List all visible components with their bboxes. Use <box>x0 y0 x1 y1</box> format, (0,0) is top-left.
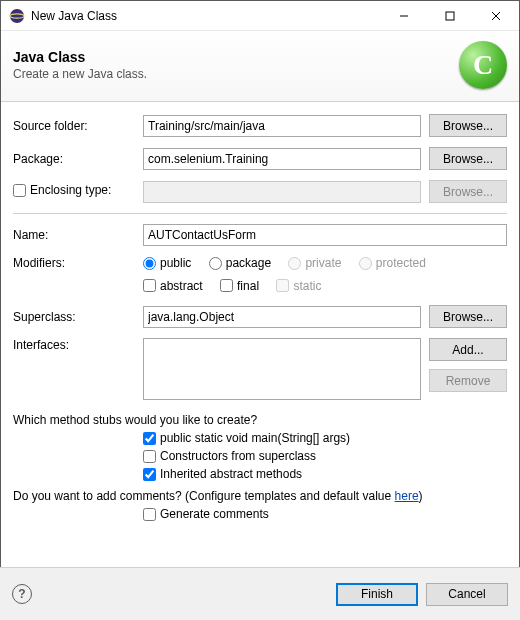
svg-point-0 <box>10 9 24 23</box>
stubs-question: Which method stubs would you like to cre… <box>13 413 507 427</box>
eclipse-icon <box>9 8 25 24</box>
minimize-button[interactable] <box>381 1 427 31</box>
superclass-input[interactable] <box>143 306 421 328</box>
modifier-final-checkbox[interactable]: final <box>220 279 259 293</box>
interfaces-label: Interfaces: <box>13 338 143 352</box>
name-input[interactable] <box>143 224 507 246</box>
package-label: Package: <box>13 152 143 166</box>
banner-heading: Java Class <box>13 49 459 65</box>
finish-button[interactable]: Finish <box>336 583 418 606</box>
enclosing-type-input <box>143 181 421 203</box>
form-area: Source folder: Browse... Package: Browse… <box>1 102 519 533</box>
maximize-button[interactable] <box>427 1 473 31</box>
stub-inherited-checkbox[interactable]: Inherited abstract methods <box>143 467 493 481</box>
stub-constructors-checkbox[interactable]: Constructors from superclass <box>143 449 493 463</box>
superclass-label: Superclass: <box>13 310 143 324</box>
source-folder-input[interactable] <box>143 115 421 137</box>
interfaces-list[interactable] <box>143 338 421 400</box>
svg-rect-3 <box>446 12 454 20</box>
modifier-abstract-checkbox[interactable]: abstract <box>143 279 203 293</box>
configure-templates-link[interactable]: here <box>395 489 419 503</box>
dialog-banner: Java Class Create a new Java class. C <box>1 31 519 102</box>
class-icon: C <box>459 41 507 89</box>
stub-main-checkbox[interactable]: public static void main(String[] args) <box>143 431 493 445</box>
help-icon[interactable]: ? <box>12 584 32 604</box>
superclass-browse-button[interactable]: Browse... <box>429 305 507 328</box>
dialog-button-bar: ? Finish Cancel <box>0 567 520 620</box>
banner-subtitle: Create a new Java class. <box>13 67 459 81</box>
package-browse-button[interactable]: Browse... <box>429 147 507 170</box>
modifier-package-radio[interactable]: package <box>209 256 271 270</box>
close-button[interactable] <box>473 1 519 31</box>
cancel-button[interactable]: Cancel <box>426 583 508 606</box>
window-title: New Java Class <box>31 9 381 23</box>
modifier-static-checkbox: static <box>276 279 321 293</box>
package-input[interactable] <box>143 148 421 170</box>
generate-comments-checkbox[interactable]: Generate comments <box>143 507 493 521</box>
enclosing-type-browse-button: Browse... <box>429 180 507 203</box>
divider <box>13 213 507 214</box>
source-folder-browse-button[interactable]: Browse... <box>429 114 507 137</box>
enclosing-type-checkbox[interactable]: Enclosing type: <box>13 183 111 197</box>
comments-question: Do you want to add comments? (Configure … <box>13 489 507 503</box>
modifier-public-radio[interactable]: public <box>143 256 191 270</box>
title-bar: New Java Class <box>1 1 519 31</box>
modifiers-label: Modifiers: <box>13 256 143 270</box>
source-folder-label: Source folder: <box>13 119 143 133</box>
modifier-private-radio: private <box>288 256 341 270</box>
interfaces-add-button[interactable]: Add... <box>429 338 507 361</box>
name-label: Name: <box>13 228 143 242</box>
modifier-protected-radio: protected <box>359 256 426 270</box>
interfaces-remove-button: Remove <box>429 369 507 392</box>
